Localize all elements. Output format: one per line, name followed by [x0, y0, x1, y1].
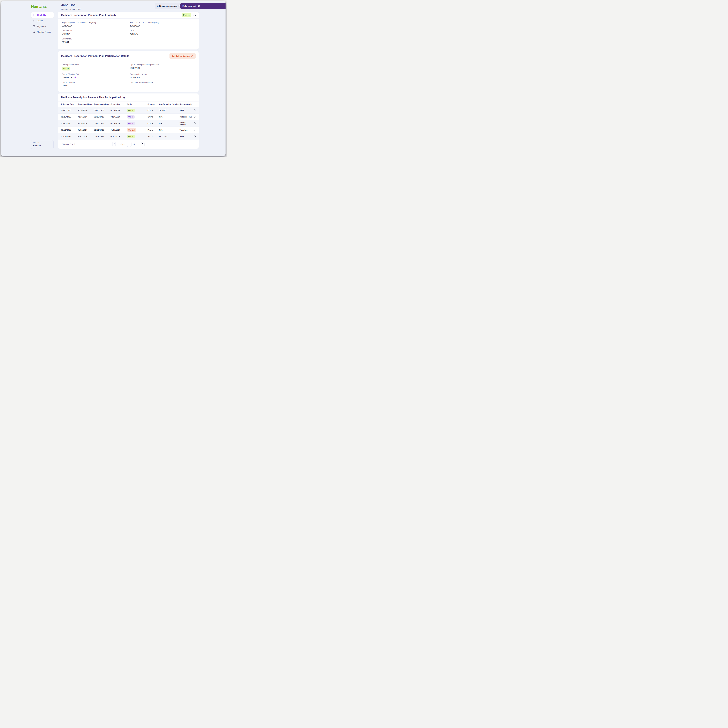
sidebar-item-label: Eligibility	[37, 14, 46, 16]
field-value: --	[130, 84, 195, 87]
action-badge: Opt Out	[127, 128, 136, 132]
col-requested-date: Requested Date	[78, 103, 94, 105]
col-created-at: Created At	[110, 103, 127, 105]
action-badge: Opt In	[127, 109, 135, 112]
field-value: 02/18/2026	[130, 67, 195, 69]
chevron-right-icon[interactable]	[194, 109, 196, 111]
sidebar-item-eligibility[interactable]: Eligibility	[31, 12, 54, 18]
table-row[interactable]: 01/01/2026 01/01/2026 01/01/2026 01/01/2…	[58, 133, 199, 140]
opt-out-participant-button[interactable]: Opt Out participant	[170, 53, 196, 59]
field-end-date: End Date of Part D Plan Eligibility 12/3…	[130, 21, 195, 27]
table-header: Effective Date Requested Date Processing…	[58, 101, 199, 107]
sidebar-item-claims[interactable]: Claims	[31, 18, 54, 23]
field-contract-id: Contract ID 6418924	[62, 29, 130, 35]
table-row[interactable]: 02/16/2026 02/16/2026 02/16/2026 02/16/2…	[58, 120, 199, 127]
member-header: Jane Doe Member ID 954268713	[61, 3, 81, 10]
page-of-label: of 1	[133, 143, 136, 145]
field-pbp: PBP 4962179	[130, 29, 195, 35]
sidebar-item-payments[interactable]: Payments	[31, 24, 54, 29]
field-label: PBP	[130, 29, 195, 32]
field-participation-status: Participation Status Opt In	[62, 64, 130, 70]
log-card-title: Medicare Prescription Payment Plan Parti…	[58, 93, 199, 101]
humana-logo: Humana®	[31, 5, 46, 9]
pagination: Page of 1	[112, 142, 144, 147]
pill-icon	[33, 19, 35, 22]
field-label: Opt In Participation Request Date	[130, 64, 195, 66]
field-value: 12/31/2026	[130, 24, 195, 27]
field-termination-date: Opt Out / Termination Date --	[130, 81, 195, 87]
field-label: Contract ID	[62, 29, 130, 32]
next-page-button[interactable]	[141, 142, 145, 146]
field-label: Beginning Date of Part D Plan Eligibilit…	[62, 21, 130, 24]
col-action: Action	[127, 103, 147, 105]
eligible-status-badge: Eligible	[182, 13, 191, 17]
participation-card-title: Medicare Prescription Payment Plan Parti…	[61, 55, 129, 58]
previous-page-button[interactable]	[112, 142, 116, 146]
field-value: 5416-8517	[130, 76, 195, 79]
main-content: Medicare Prescription Payment Plan Eligi…	[58, 12, 199, 150]
make-payment-label: Make payment	[182, 5, 196, 7]
page-label: Page	[121, 143, 125, 145]
account-label: Account	[33, 142, 52, 144]
action-badge: Opt In	[127, 122, 135, 125]
field-label: End Date of Part D Plan Eligibility	[130, 21, 195, 24]
field-request-date: Opt In Participation Request Date 02/18/…	[130, 64, 195, 70]
field-label: Opt Out / Termination Date	[130, 81, 195, 83]
field-label: Segment ID	[62, 38, 130, 40]
chevron-up-icon[interactable]	[194, 14, 196, 16]
eligibility-card-title: Medicare Prescription Payment Plan Eligi…	[61, 14, 116, 17]
app-window: Humana® Jane Doe Member ID 954268713 Add…	[1, 1, 226, 156]
sidebar-item-label: Member Details	[37, 31, 51, 33]
field-segment-id: Segment ID 661364	[62, 38, 130, 43]
registered-mark: ®	[46, 7, 47, 8]
field-beginning-date: Beginning Date of Part D Plan Eligibilit…	[62, 21, 130, 27]
participation-log-card: Medicare Prescription Payment Plan Parti…	[58, 93, 199, 149]
chevron-right-icon[interactable]	[194, 129, 196, 131]
col-processing-date: Processing Date	[94, 103, 110, 105]
field-label: Participation Status	[62, 64, 130, 66]
field-label: Opt In Channel	[62, 81, 130, 83]
page-number-input[interactable]	[127, 142, 132, 147]
field-value: 6418924	[62, 33, 130, 35]
field-value: Online	[62, 84, 130, 87]
account-box: Account Humana	[31, 140, 54, 149]
showing-count: Showing 5 of 5	[62, 143, 75, 145]
table-footer: Showing 5 of 5 Page of 1	[58, 140, 199, 149]
sidebar: Eligibility Claims Payments Member Detai…	[31, 12, 54, 35]
clipboard-check-icon	[33, 14, 35, 16]
user-circle-icon	[33, 31, 35, 33]
field-opt-in-channel: Opt In Channel Online	[62, 81, 130, 87]
action-badge: Opt In	[127, 135, 135, 138]
field-value: 02/18/2026	[62, 76, 72, 79]
action-badge: Opt In	[127, 115, 135, 119]
col-effective-date: Effective Date	[61, 103, 78, 105]
user-x-icon	[191, 55, 194, 57]
dollar-circle-icon	[197, 5, 200, 8]
member-id: Member ID 954268713	[61, 8, 81, 10]
field-value: 02/18/2026	[62, 24, 130, 27]
table-row[interactable]: 01/31/2026 01/31/2026 01/31/2026 01/31/2…	[58, 127, 199, 133]
field-effective-date: Opt In Effective Date 02/18/2026	[62, 73, 130, 79]
table-row[interactable]: 02/16/2026 02/16/2026 02/16/2026 02/16/2…	[58, 113, 199, 120]
account-value: Humana	[33, 144, 52, 147]
sidebar-item-label: Payments	[37, 25, 46, 28]
field-value: 4962179	[130, 33, 195, 35]
opt-out-label: Opt Out participant	[172, 55, 190, 57]
col-channel: Channel	[147, 103, 159, 105]
table-row[interactable]: 02/18/2026 02/18/2026 02/18/2026 02/18/2…	[58, 107, 199, 113]
sidebar-item-member-details[interactable]: Member Details	[31, 29, 54, 35]
chevron-right-icon[interactable]	[194, 135, 196, 138]
page-title: Jane Doe	[61, 3, 81, 7]
add-payment-label: Add payment method	[157, 5, 177, 7]
field-label: Opt In Effective Date	[62, 73, 130, 75]
sidebar-item-label: Claims	[37, 20, 43, 22]
col-reason-code: Reason Code	[179, 103, 192, 105]
field-confirmation-number: Confirmation Number 5416-8517	[130, 73, 195, 79]
chevron-right-icon[interactable]	[194, 122, 196, 124]
eligibility-card: Medicare Prescription Payment Plan Eligi…	[58, 12, 199, 49]
chevron-right-icon[interactable]	[194, 116, 196, 118]
col-confirmation-number: Confirmation Number	[159, 103, 179, 105]
participation-details-card: Medicare Prescription Payment Plan Parti…	[58, 51, 199, 92]
make-payment-button[interactable]: Make payment	[180, 3, 226, 9]
edit-pencil-icon[interactable]	[74, 76, 76, 79]
